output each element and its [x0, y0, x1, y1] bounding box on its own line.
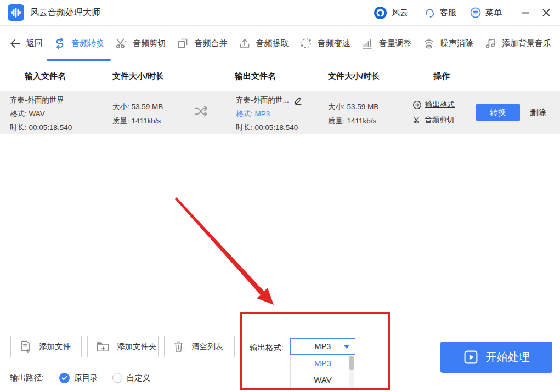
back-arrow-icon	[9, 37, 21, 50]
output-quality-value: 1411kb/s	[347, 117, 377, 125]
chevron-down-icon	[343, 345, 350, 349]
output-duration-value: 00:05:18.540	[255, 123, 298, 132]
dropdown-scrollbar-thumb[interactable]	[349, 356, 354, 370]
input-quality-value: 1411kb/s	[132, 117, 161, 125]
convert-button[interactable]: 转换	[476, 104, 520, 121]
close-button[interactable]	[539, 5, 553, 20]
play-icon	[463, 350, 478, 365]
minimize-button[interactable]	[518, 5, 533, 20]
output-format-dropdown-list: MP3 WAV	[290, 355, 355, 390]
dropdown-scrollbar[interactable]	[349, 356, 354, 388]
output-format-link[interactable]: 输出格式	[412, 97, 455, 112]
app-title: 风云音频处理大师	[30, 7, 100, 19]
music-note-icon	[484, 37, 497, 50]
audio-cut-link[interactable]: 音频剪切	[412, 112, 455, 128]
app-logo-icon	[8, 4, 24, 21]
input-format-value: WAV	[29, 110, 45, 118]
extract-icon	[238, 37, 251, 50]
tab-audio-merge[interactable]: 音频合并	[176, 26, 227, 61]
menu-label: 菜单	[485, 8, 502, 18]
row-action-links: 输出格式 音频剪切	[412, 97, 455, 128]
shuffle-icon	[193, 104, 210, 118]
col-output-filename: 输出文件名	[235, 71, 276, 82]
speed-icon	[299, 37, 313, 50]
output-file-info: 齐秦-外面的世... 格式: MP3 时长: 00:05:18.540	[236, 93, 303, 134]
dropdown-option-wav[interactable]: WAV	[291, 371, 355, 388]
tab-noise-removal[interactable]: 噪声消除	[422, 26, 473, 61]
input-size-value: 53.59 MB	[132, 103, 163, 111]
audio-convert-icon	[53, 37, 66, 50]
headset-icon	[423, 7, 436, 19]
clear-list-button[interactable]: 清空列表	[164, 336, 235, 357]
output-size-info: 大小: 53.59 MB 质量: 1411kb/s	[328, 100, 378, 128]
trash-icon	[173, 340, 184, 353]
file-plus-icon	[19, 340, 32, 354]
tab-audio-speed[interactable]: 音频变速	[299, 26, 350, 61]
output-size-value: 53.59 MB	[347, 103, 379, 111]
support-button[interactable]: 客服	[423, 7, 456, 19]
volume-bars-icon	[361, 37, 374, 50]
scissors-icon	[115, 37, 128, 50]
menu-button[interactable]: 菜单	[470, 7, 502, 19]
edit-pencil-icon[interactable]	[293, 95, 303, 105]
add-file-button[interactable]: 添加文件	[10, 336, 82, 357]
footer-divider	[0, 322, 560, 322]
output-path-label: 输出路径:	[10, 373, 44, 383]
merge-icon	[176, 37, 189, 50]
tab-audio-extract[interactable]: 音频提取	[238, 26, 289, 61]
noise-waves-icon	[422, 37, 435, 50]
brand-label: 风云	[392, 8, 408, 18]
output-format-selected: MP3	[315, 342, 331, 351]
tab-add-bgm[interactable]: 添加背景音乐	[484, 26, 551, 61]
tab-audio-convert[interactable]: 音频转换	[53, 26, 104, 61]
radio-custom-directory[interactable]: 自定义	[112, 373, 151, 383]
add-folder-button[interactable]: 添加文件夹	[87, 336, 159, 357]
folder-plus-icon	[96, 340, 110, 353]
toolbar-tabs: 返回 音频转换 音频剪切 音	[0, 26, 560, 61]
start-processing-button[interactable]: 开始处理	[440, 342, 552, 373]
support-label: 客服	[440, 8, 456, 18]
radio-original-directory[interactable]: 原目录	[59, 373, 98, 383]
output-path-row: 输出路径: 原目录 自定义	[10, 371, 150, 384]
output-format-value: MP3	[255, 110, 270, 118]
tab-audio-cut[interactable]: 音频剪切	[115, 26, 166, 61]
output-file-name: 齐秦-外面的世...	[236, 93, 289, 107]
brand-logo-icon	[373, 5, 388, 20]
scissors-small-icon	[412, 116, 421, 124]
menu-icon	[470, 7, 482, 19]
output-format-label: 输出格式:	[250, 343, 284, 353]
table-header: 输入文件名 文件大小/时长 输出文件名 文件大小/时长 操作	[0, 61, 560, 91]
minimize-icon	[522, 12, 529, 14]
col-input-size-duration: 文件大小/时长	[112, 71, 164, 82]
brand-button[interactable]: 风云	[373, 5, 408, 20]
radio-unchecked-icon	[112, 373, 122, 383]
col-actions: 操作	[433, 71, 450, 82]
delete-link[interactable]: 删除	[530, 107, 546, 118]
circle-arrow-icon	[412, 100, 422, 110]
radio-checked-icon	[59, 373, 70, 383]
col-output-size-duration: 文件大小/时长	[328, 71, 380, 82]
close-icon	[542, 9, 550, 16]
back-button[interactable]: 返回	[9, 26, 43, 61]
col-input-filename: 输入文件名	[25, 71, 66, 82]
input-file-name: 齐秦-外面的世界	[10, 93, 72, 107]
tab-volume-adjust[interactable]: 音量调整	[361, 26, 412, 61]
output-format-select[interactable]: MP3	[290, 338, 355, 355]
table-row: 齐秦-外面的世界 格式: WAV 时长: 00:05:18.540 大小: 53…	[0, 91, 560, 134]
dropdown-option-mp3[interactable]: MP3	[291, 355, 355, 371]
input-file-info: 齐秦-外面的世界 格式: WAV 时长: 00:05:18.540	[10, 93, 72, 134]
titlebar: 风云音频处理大师 风云 客服	[0, 0, 560, 26]
input-duration-value: 00:05:18.540	[29, 123, 72, 132]
input-size-info: 大小: 53.59 MB 质量: 1411kb/s	[112, 100, 163, 128]
